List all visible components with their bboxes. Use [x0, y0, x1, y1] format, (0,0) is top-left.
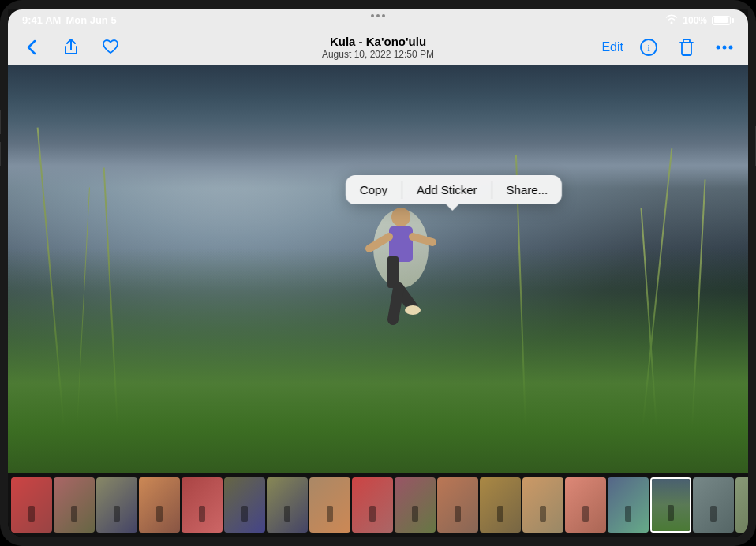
thumbnail[interactable]	[735, 477, 748, 533]
thumbnail[interactable]	[267, 477, 308, 533]
date-display: Mon Jun 5	[65, 14, 116, 26]
nav-center: Kula - Ka'ono'ulu August 10, 2022 12:50 …	[322, 35, 434, 60]
thumbnail[interactable]	[54, 477, 95, 533]
thumbnail[interactable]	[693, 477, 734, 533]
main-photo: Copy Add Sticker Share...	[8, 65, 748, 473]
svg-line-10	[393, 288, 399, 320]
ipad-frame: 9:41 AM Mon Jun 5 100%	[0, 0, 756, 546]
thumbnail[interactable]	[565, 477, 606, 533]
favorite-button[interactable]	[98, 35, 123, 60]
nav-right-controls: Edit i	[601, 35, 737, 60]
thumbnail[interactable]	[522, 477, 563, 533]
more-button[interactable]	[712, 35, 737, 60]
edit-button[interactable]: Edit	[601, 40, 623, 54]
svg-text:i: i	[647, 42, 650, 54]
battery-icon	[712, 16, 734, 25]
battery-percent: 100%	[683, 15, 707, 26]
status-bar: 9:41 AM Mon Jun 5 100%	[8, 9, 748, 28]
person-subject	[365, 193, 429, 351]
thumbnail[interactable]	[96, 477, 137, 533]
thumbnail[interactable]	[395, 477, 436, 533]
add-sticker-menu-item[interactable]: Add Sticker	[402, 175, 492, 204]
filmstrip-inner	[8, 473, 748, 537]
photo-container[interactable]: Copy Add Sticker Share...	[8, 65, 748, 473]
share-button[interactable]	[58, 35, 84, 60]
thumbnail[interactable]	[309, 477, 350, 533]
delete-button[interactable]	[674, 35, 699, 60]
info-button[interactable]: i	[636, 35, 661, 60]
context-menu: Copy Add Sticker Share...	[346, 175, 562, 204]
wifi-icon	[665, 14, 678, 26]
thumbnail[interactable]	[437, 477, 478, 533]
thumbnail[interactable]	[11, 477, 52, 533]
share-menu-item[interactable]: Share...	[492, 175, 563, 204]
back-button[interactable]	[19, 35, 44, 60]
time-display: 9:41 AM	[22, 14, 61, 26]
nav-left-controls	[19, 35, 123, 60]
photo-title: Kula - Ka'ono'ulu	[322, 35, 434, 49]
svg-point-3	[723, 46, 727, 50]
nav-bar: Kula - Ka'ono'ulu August 10, 2022 12:50 …	[8, 30, 748, 65]
svg-point-11	[405, 305, 421, 315]
status-left: 9:41 AM Mon Jun 5	[22, 14, 117, 26]
screen: 9:41 AM Mon Jun 5 100%	[8, 9, 748, 537]
svg-point-4	[729, 46, 733, 50]
thumbnail[interactable]	[480, 477, 521, 533]
svg-point-6	[391, 208, 410, 226]
thumbnail[interactable]	[608, 477, 649, 533]
thumbnail[interactable]	[182, 477, 223, 533]
copy-menu-item[interactable]: Copy	[346, 175, 402, 204]
photo-date: August 10, 2022 12:50 PM	[322, 49, 434, 60]
status-right: 100%	[665, 14, 734, 26]
volume-down-button[interactable]	[0, 142, 1, 166]
thumbnail-active[interactable]	[650, 477, 691, 533]
thumbnail[interactable]	[352, 477, 393, 533]
thumbnail[interactable]	[139, 477, 180, 533]
volume-up-button[interactable]	[0, 110, 1, 134]
svg-point-2	[717, 46, 720, 50]
filmstrip[interactable]	[8, 473, 748, 537]
svg-line-13	[413, 237, 432, 242]
thumbnail[interactable]	[224, 477, 265, 533]
